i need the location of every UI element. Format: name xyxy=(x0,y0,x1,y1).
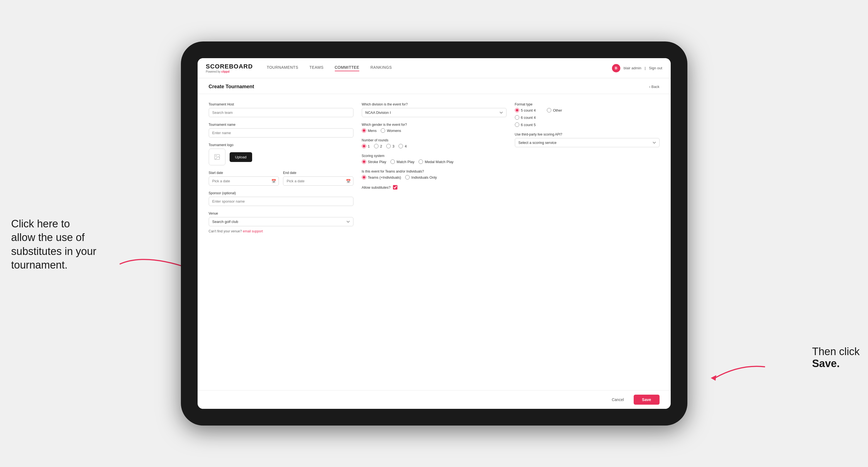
rounds-radio-group: 1 2 3 4 xyxy=(362,144,506,148)
tournament-host-label: Tournament Host xyxy=(209,102,353,106)
scoring-match[interactable]: Match Play xyxy=(391,159,414,164)
cancel-button[interactable]: Cancel xyxy=(606,395,629,405)
format-other[interactable]: Other xyxy=(547,108,562,113)
scoring-medal-match[interactable]: Medal Match Play xyxy=(418,159,453,164)
svg-point-2 xyxy=(216,156,217,156)
scoring-api-select[interactable]: Select a scoring service xyxy=(515,138,659,147)
page-title: Create Tournament xyxy=(209,84,254,90)
date-row: Start date 📅 End date 📅 xyxy=(209,171,353,186)
tablet-frame: SCOREBOARD Powered by clippd TOURNAMENTS… xyxy=(181,41,687,426)
format-6count5-radio[interactable] xyxy=(515,122,519,127)
event-individuals-radio[interactable] xyxy=(405,175,410,180)
tournament-name-group: Tournament name xyxy=(209,123,353,137)
rounds-1-radio[interactable] xyxy=(362,144,366,148)
gender-womens[interactable]: Womens xyxy=(381,128,401,133)
upload-button[interactable]: Upload xyxy=(229,152,252,162)
logo-upload-area: Upload xyxy=(209,149,353,165)
event-type-group: Is this event for Teams and/or Individua… xyxy=(362,169,506,180)
end-date-wrap: 📅 xyxy=(283,177,353,186)
logo-scoreboard: SCOREBOARD xyxy=(206,63,253,70)
format-6count4[interactable]: 6 count 4 xyxy=(515,115,659,120)
start-date-wrap: 📅 xyxy=(209,177,279,186)
venue-group: Venue Search golf club Can't find your v… xyxy=(209,212,353,233)
back-link[interactable]: ‹ Back xyxy=(649,85,659,89)
nav-separator: | xyxy=(645,66,645,70)
gender-group: Which gender is the event for? Mens Wome… xyxy=(362,123,506,133)
rounds-1[interactable]: 1 xyxy=(362,144,370,148)
division-label: Which division is the event for? xyxy=(362,102,506,106)
format-6count4-radio[interactable] xyxy=(515,115,519,120)
scoring-stroke[interactable]: Stroke Play xyxy=(362,159,386,164)
format-6count5[interactable]: 6 count 5 xyxy=(515,122,659,127)
scoring-radio-group: Stroke Play Match Play Medal Match Play xyxy=(362,159,506,164)
annotation-left-line4: tournament. xyxy=(11,259,68,271)
gender-mens-radio[interactable] xyxy=(362,128,366,133)
start-date-calendar-icon: 📅 xyxy=(271,179,276,183)
allow-substitutes-checkbox[interactable] xyxy=(393,185,397,189)
arrow-right-icon xyxy=(707,359,768,386)
nav-link-rankings[interactable]: RANKINGS xyxy=(370,65,392,71)
scoring-stroke-radio[interactable] xyxy=(362,159,366,164)
event-teams[interactable]: Teams (+Individuals) xyxy=(362,175,401,180)
gender-radio-group: Mens Womens xyxy=(362,128,506,133)
annotation-right-line1: Then click xyxy=(812,346,860,357)
rounds-2-radio[interactable] xyxy=(374,144,378,148)
avatar: B xyxy=(612,64,620,72)
format-other-radio[interactable] xyxy=(547,108,551,113)
tournament-name-input[interactable] xyxy=(209,128,353,137)
nav-link-tournaments[interactable]: TOURNAMENTS xyxy=(267,65,298,71)
division-group: Which division is the event for? NCAA Di… xyxy=(362,102,506,117)
scoring-system-label: Scoring system xyxy=(362,154,506,158)
gender-mens-label: Mens xyxy=(368,129,377,133)
event-individuals[interactable]: Individuals Only xyxy=(405,175,437,180)
division-select[interactable]: NCAA Division I xyxy=(362,108,506,117)
annotation-left-line2: allow the use of xyxy=(11,231,85,243)
start-date-label: Start date xyxy=(209,171,279,175)
page-footer: Cancel Save xyxy=(197,390,671,409)
scoring-match-radio[interactable] xyxy=(391,159,395,164)
rounds-4-radio[interactable] xyxy=(399,144,403,148)
sponsor-input[interactable] xyxy=(209,197,353,206)
format-type-label: Format type xyxy=(515,102,659,106)
tournament-host-group: Tournament Host xyxy=(209,102,353,117)
logo-area: SCOREBOARD Powered by clippd xyxy=(206,63,253,73)
format-5count4-radio[interactable] xyxy=(515,108,519,113)
gender-mens[interactable]: Mens xyxy=(362,128,377,133)
end-date-label: End date xyxy=(283,171,353,175)
format-5count4[interactable]: 5 count 4 xyxy=(515,108,536,113)
gender-womens-label: Womens xyxy=(387,129,401,133)
venue-select[interactable]: Search golf club xyxy=(209,217,353,226)
end-date-input[interactable] xyxy=(283,177,353,186)
form-column-1: Tournament Host Tournament name Tourname… xyxy=(209,102,353,382)
event-teams-radio[interactable] xyxy=(362,175,366,180)
start-date-input[interactable] xyxy=(209,177,279,186)
annotation-left-line1: Click here to xyxy=(11,218,70,229)
nav-link-committee[interactable]: COMMITTEE xyxy=(335,65,360,71)
format-options: 5 count 4 Other 6 count 4 xyxy=(515,108,659,127)
format-type-group: Format type 5 count 4 Other xyxy=(515,102,659,127)
end-date-calendar-icon: 📅 xyxy=(346,179,351,183)
rounds-3[interactable]: 3 xyxy=(386,144,394,148)
sign-out-link[interactable]: Sign out xyxy=(649,66,662,70)
nav-link-teams[interactable]: TEAMS xyxy=(309,65,324,71)
venue-label: Venue xyxy=(209,212,353,215)
venue-email-link[interactable]: email support xyxy=(243,229,263,233)
sponsor-label: Sponsor (optional) xyxy=(209,191,353,195)
gender-womens-radio[interactable] xyxy=(381,128,385,133)
rounds-2[interactable]: 2 xyxy=(374,144,382,148)
rounds-3-radio[interactable] xyxy=(386,144,391,148)
save-button[interactable]: Save xyxy=(634,395,659,405)
scoring-medal-radio[interactable] xyxy=(418,159,423,164)
form-column-2: Which division is the event for? NCAA Di… xyxy=(362,102,506,382)
form-column-3: Format type 5 count 4 Other xyxy=(515,102,659,382)
logo-powered: Powered by clippd xyxy=(206,70,253,73)
annotation-right: Then click Save. xyxy=(812,346,860,370)
tournament-logo-group: Tournament logo Upload xyxy=(209,143,353,165)
allow-substitutes-label: Allow substitutes? xyxy=(362,185,391,189)
gender-label: Which gender is the event for? xyxy=(362,123,506,127)
nav-right: B blair admin | Sign out xyxy=(612,64,662,72)
tournament-host-input[interactable] xyxy=(209,108,353,117)
scoring-api-label: Use third-party live scoring API? xyxy=(515,132,659,136)
scoring-system-group: Scoring system Stroke Play Match Play xyxy=(362,154,506,164)
rounds-4[interactable]: 4 xyxy=(399,144,407,148)
